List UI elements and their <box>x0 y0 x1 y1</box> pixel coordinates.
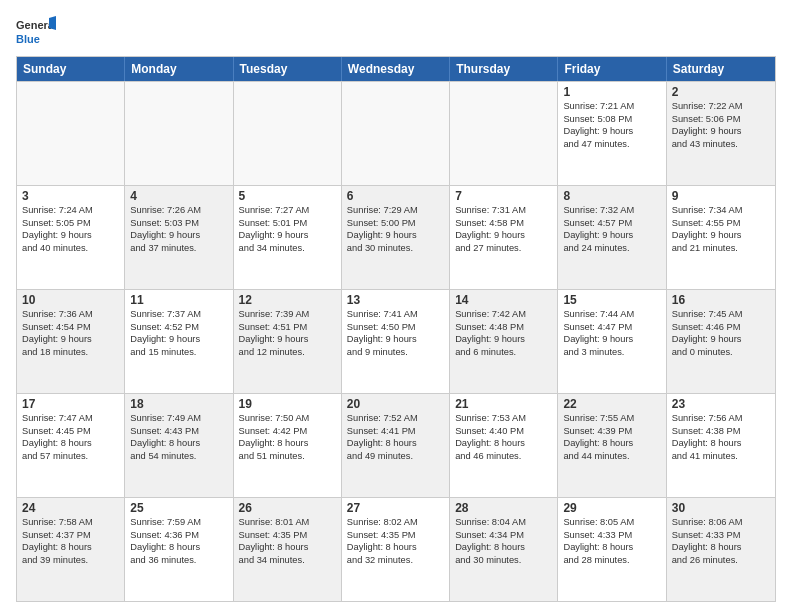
day-number: 15 <box>563 293 660 307</box>
cell-info-line: Daylight: 8 hours <box>563 541 660 554</box>
cell-info-line: Daylight: 8 hours <box>563 437 660 450</box>
day-number: 26 <box>239 501 336 515</box>
cell-info-line: Sunset: 4:58 PM <box>455 217 552 230</box>
logo: General Blue <box>16 16 56 48</box>
cal-cell: 6Sunrise: 7:29 AMSunset: 5:00 PMDaylight… <box>342 186 450 289</box>
cell-info-line: Sunrise: 7:56 AM <box>672 412 770 425</box>
cell-info-line: Daylight: 8 hours <box>455 437 552 450</box>
day-number: 8 <box>563 189 660 203</box>
header: General Blue <box>16 16 776 48</box>
cell-info-line: Sunrise: 7:53 AM <box>455 412 552 425</box>
cal-row-2: 3Sunrise: 7:24 AMSunset: 5:05 PMDaylight… <box>17 185 775 289</box>
cal-cell: 28Sunrise: 8:04 AMSunset: 4:34 PMDayligh… <box>450 498 558 601</box>
cell-info-line: Sunrise: 7:37 AM <box>130 308 227 321</box>
cell-info-line: and 15 minutes. <box>130 346 227 359</box>
day-number: 14 <box>455 293 552 307</box>
cell-info-line: and 27 minutes. <box>455 242 552 255</box>
cell-info-line: and 43 minutes. <box>672 138 770 151</box>
cell-info-line: Sunset: 5:05 PM <box>22 217 119 230</box>
cell-info-line: Daylight: 9 hours <box>672 333 770 346</box>
cal-row-5: 24Sunrise: 7:58 AMSunset: 4:37 PMDayligh… <box>17 497 775 601</box>
cal-cell: 1Sunrise: 7:21 AMSunset: 5:08 PMDaylight… <box>558 82 666 185</box>
cell-info-line: and 40 minutes. <box>22 242 119 255</box>
day-number: 22 <box>563 397 660 411</box>
cal-cell: 2Sunrise: 7:22 AMSunset: 5:06 PMDaylight… <box>667 82 775 185</box>
day-number: 17 <box>22 397 119 411</box>
cal-cell: 18Sunrise: 7:49 AMSunset: 4:43 PMDayligh… <box>125 394 233 497</box>
cell-info-line: Sunset: 4:46 PM <box>672 321 770 334</box>
cal-row-3: 10Sunrise: 7:36 AMSunset: 4:54 PMDayligh… <box>17 289 775 393</box>
cell-info-line: Sunset: 4:48 PM <box>455 321 552 334</box>
cal-cell: 30Sunrise: 8:06 AMSunset: 4:33 PMDayligh… <box>667 498 775 601</box>
cell-info-line: Daylight: 8 hours <box>130 437 227 450</box>
cell-info-line: and 54 minutes. <box>130 450 227 463</box>
cell-info-line: Sunrise: 7:21 AM <box>563 100 660 113</box>
cal-cell: 10Sunrise: 7:36 AMSunset: 4:54 PMDayligh… <box>17 290 125 393</box>
header-day-tuesday: Tuesday <box>234 57 342 81</box>
cell-info-line: Sunset: 4:45 PM <box>22 425 119 438</box>
cell-info-line: Daylight: 8 hours <box>22 437 119 450</box>
cell-info-line: and 46 minutes. <box>455 450 552 463</box>
cell-info-line: and 57 minutes. <box>22 450 119 463</box>
cell-info-line: Sunset: 4:50 PM <box>347 321 444 334</box>
cell-info-line: and 51 minutes. <box>239 450 336 463</box>
page: General Blue SundayMondayTuesdayWednesda… <box>0 0 792 612</box>
cell-info-line: Sunrise: 8:06 AM <box>672 516 770 529</box>
cell-info-line: Sunset: 4:55 PM <box>672 217 770 230</box>
day-number: 1 <box>563 85 660 99</box>
cell-info-line: Sunrise: 7:47 AM <box>22 412 119 425</box>
day-number: 19 <box>239 397 336 411</box>
svg-marker-3 <box>49 16 56 30</box>
cell-info-line: Sunrise: 7:58 AM <box>22 516 119 529</box>
cell-info-line: Sunrise: 7:32 AM <box>563 204 660 217</box>
day-number: 16 <box>672 293 770 307</box>
header-day-friday: Friday <box>558 57 666 81</box>
cell-info-line: Sunset: 5:01 PM <box>239 217 336 230</box>
cell-info-line: Sunset: 4:52 PM <box>130 321 227 334</box>
calendar: SundayMondayTuesdayWednesdayThursdayFrid… <box>16 56 776 602</box>
cell-info-line: Sunrise: 7:39 AM <box>239 308 336 321</box>
cell-info-line: Sunset: 4:36 PM <box>130 529 227 542</box>
cell-info-line: and 21 minutes. <box>672 242 770 255</box>
cal-cell: 16Sunrise: 7:45 AMSunset: 4:46 PMDayligh… <box>667 290 775 393</box>
cell-info-line: Daylight: 9 hours <box>672 125 770 138</box>
cal-cell: 9Sunrise: 7:34 AMSunset: 4:55 PMDaylight… <box>667 186 775 289</box>
cell-info-line: Sunrise: 8:01 AM <box>239 516 336 529</box>
cal-cell: 26Sunrise: 8:01 AMSunset: 4:35 PMDayligh… <box>234 498 342 601</box>
cell-info-line: Sunrise: 7:27 AM <box>239 204 336 217</box>
cell-info-line: Sunset: 4:51 PM <box>239 321 336 334</box>
cell-info-line: Sunrise: 7:24 AM <box>22 204 119 217</box>
cell-info-line: and 26 minutes. <box>672 554 770 567</box>
cell-info-line: and 3 minutes. <box>563 346 660 359</box>
cal-cell <box>125 82 233 185</box>
cal-cell: 20Sunrise: 7:52 AMSunset: 4:41 PMDayligh… <box>342 394 450 497</box>
cell-info-line: Sunrise: 7:44 AM <box>563 308 660 321</box>
cal-cell: 8Sunrise: 7:32 AMSunset: 4:57 PMDaylight… <box>558 186 666 289</box>
cal-cell <box>234 82 342 185</box>
cell-info-line: Sunset: 4:33 PM <box>563 529 660 542</box>
cal-cell: 7Sunrise: 7:31 AMSunset: 4:58 PMDaylight… <box>450 186 558 289</box>
cell-info-line: and 37 minutes. <box>130 242 227 255</box>
cell-info-line: Daylight: 9 hours <box>239 229 336 242</box>
cell-info-line: Sunrise: 7:22 AM <box>672 100 770 113</box>
cell-info-line: and 34 minutes. <box>239 554 336 567</box>
day-number: 25 <box>130 501 227 515</box>
cell-info-line: Sunrise: 7:26 AM <box>130 204 227 217</box>
cal-cell: 12Sunrise: 7:39 AMSunset: 4:51 PMDayligh… <box>234 290 342 393</box>
day-number: 12 <box>239 293 336 307</box>
logo-svg: General Blue <box>16 16 56 48</box>
cell-info-line: and 34 minutes. <box>239 242 336 255</box>
cal-row-4: 17Sunrise: 7:47 AMSunset: 4:45 PMDayligh… <box>17 393 775 497</box>
day-number: 10 <box>22 293 119 307</box>
cell-info-line: Sunrise: 7:41 AM <box>347 308 444 321</box>
header-day-thursday: Thursday <box>450 57 558 81</box>
cell-info-line: and 36 minutes. <box>130 554 227 567</box>
day-number: 6 <box>347 189 444 203</box>
cal-cell <box>450 82 558 185</box>
cell-info-line: Sunset: 4:40 PM <box>455 425 552 438</box>
cal-cell: 24Sunrise: 7:58 AMSunset: 4:37 PMDayligh… <box>17 498 125 601</box>
cell-info-line: Sunset: 4:57 PM <box>563 217 660 230</box>
cell-info-line: Daylight: 9 hours <box>239 333 336 346</box>
svg-text:Blue: Blue <box>16 33 40 45</box>
cell-info-line: Sunset: 5:00 PM <box>347 217 444 230</box>
